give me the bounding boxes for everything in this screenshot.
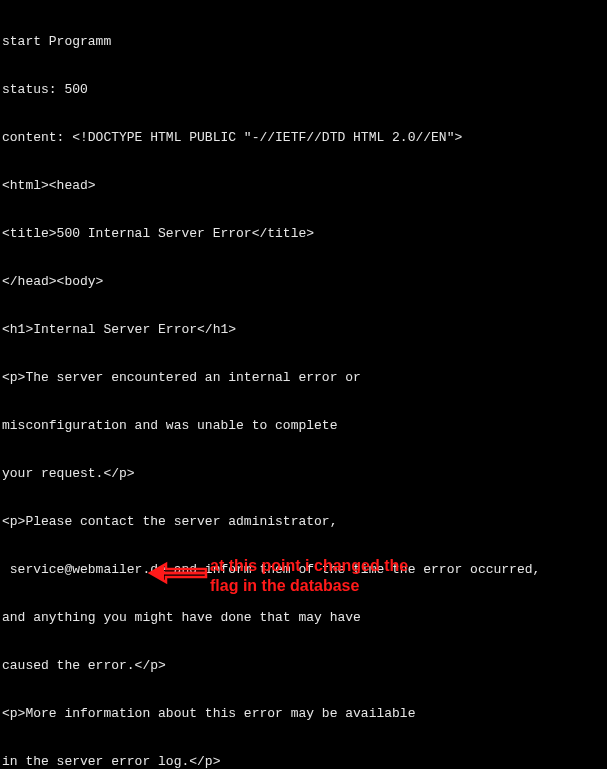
terminal-line: content: <!DOCTYPE HTML PUBLIC "-//IETF/…	[2, 130, 607, 146]
terminal-line: </head><body>	[2, 274, 607, 290]
terminal-line: in the server error log.</p>	[2, 754, 607, 769]
terminal-line: <p>The server encountered an internal er…	[2, 370, 607, 386]
terminal-line: <title>500 Internal Server Error</title>	[2, 226, 607, 242]
terminal-line: caused the error.</p>	[2, 658, 607, 674]
terminal-line: <p>Please contact the server administrat…	[2, 514, 607, 530]
terminal-line: service@webmailer.de and inform them of …	[2, 562, 607, 578]
terminal-line: <html><head>	[2, 178, 607, 194]
terminal-line: <p>More information about this error may…	[2, 706, 607, 722]
terminal-line: and anything you might have done that ma…	[2, 610, 607, 626]
terminal-line: <h1>Internal Server Error</h1>	[2, 322, 607, 338]
terminal-output[interactable]: start Programm status: 500 content: <!DO…	[0, 0, 607, 769]
terminal-line: your request.</p>	[2, 466, 607, 482]
terminal-line: status: 500	[2, 82, 607, 98]
terminal-line: start Programm	[2, 34, 607, 50]
terminal-line: misconfiguration and was unable to compl…	[2, 418, 607, 434]
